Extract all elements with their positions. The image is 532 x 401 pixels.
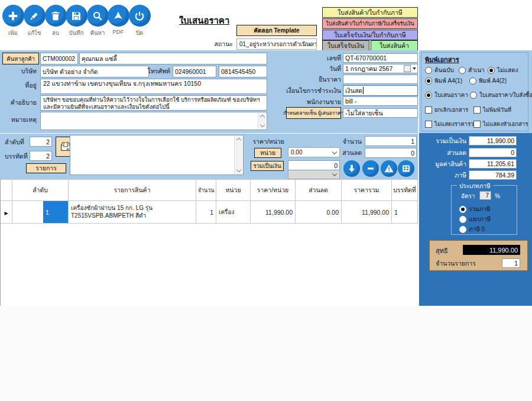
payment-terms-label: เงื่อนไขการชำระเงิน [260, 88, 341, 95]
save-button[interactable]: บันทึก [65, 5, 87, 37]
radio-no-show[interactable]: ไม่แสดง [488, 66, 518, 75]
date-label: วันที่ [260, 66, 341, 73]
seq-field[interactable]: 2 [30, 137, 52, 147]
amount-field[interactable]: 0 [288, 160, 340, 170]
radio-quotation-po[interactable]: ใบเสนอราคา/ใบสั่งซื้อ [470, 90, 532, 99]
close-button[interactable]: ปิด [128, 5, 151, 37]
customer-name-field[interactable]: คุณกมล แซ่ลี้ [79, 53, 267, 64]
radio-vat-zero[interactable]: ภาษี 0 [459, 225, 485, 234]
total-discount-field[interactable]: 0 [469, 148, 517, 157]
radio-quotation[interactable]: ใบเสนอราคา [425, 90, 468, 99]
cell-line[interactable]: 1 [392, 201, 418, 224]
cell-unit[interactable]: เครื่อง [216, 201, 251, 224]
note-field[interactable] [40, 112, 267, 130]
cell-discount[interactable]: 0.00 [296, 201, 342, 224]
checkbox-no-date[interactable]: ไม่พิมพ์วันที่ [473, 105, 511, 114]
date-field[interactable]: 1 กรกฎาคม 2567 [343, 64, 418, 73]
payment-terms-field[interactable]: เงินสด [343, 85, 418, 96]
customer-code-field[interactable]: CTM000002 [40, 53, 78, 64]
items-button[interactable]: รายการ [26, 163, 66, 173]
delivery-taxinvoice-receipt-button[interactable]: ใบส่งสินค้า/ใบกำกับภาษี/ใบเสร็จรับเงิน [322, 18, 418, 29]
goods-value-field[interactable]: 11,205.61 [469, 159, 517, 169]
grand-total-field[interactable]: 11,990.00 [469, 136, 517, 145]
search-customer-button[interactable]: ค้นหาลูกค้า [2, 53, 39, 64]
tax-type-legend: ประเภทภาษี [457, 182, 493, 190]
cell-qty[interactable]: 1 [196, 201, 216, 224]
status-select[interactable]: 01_อยู่ระหว่างรอการดำเนินการ [236, 38, 317, 50]
add-line-button[interactable] [343, 160, 360, 177]
address-field[interactable]: 22 แขวงท่าข้าม เขตบางขุนเทียน จ.กรุงเทพม… [40, 79, 267, 94]
checkbox-cancel-doc[interactable]: ยกเลิกเอกสาร [425, 105, 468, 114]
discount-field[interactable]: 0 [365, 148, 417, 158]
header-unit-price[interactable]: ราคา/หน่วย [251, 180, 296, 201]
header-total[interactable]: ราคารวม [342, 180, 392, 201]
radio-print-a4-2[interactable]: พิมพ์ A4(2) [469, 76, 507, 85]
item-count-field[interactable]: 1 [502, 258, 520, 268]
copy-template-button[interactable]: คัดลอก Template [236, 25, 317, 36]
pdf-button[interactable]: PDF [107, 5, 129, 35]
power-icon [129, 5, 151, 27]
vat-field[interactable]: 784.39 [469, 170, 517, 180]
description-field[interactable]: บริษัทฯ ขอขอบคุณที่ท่านให้ความไว้วางใจใน… [40, 95, 267, 111]
scroll-up-icon[interactable] [236, 138, 241, 143]
header-unit[interactable]: หน่วย [216, 180, 251, 201]
cell-seq[interactable]: 1 [12, 201, 69, 224]
set-signature-button[interactable]: กำหนดลายเซ็น ผู้เสนอราคา [286, 107, 341, 119]
remove-line-button[interactable] [362, 160, 379, 177]
scrollbar[interactable] [258, 113, 266, 129]
radio-vat-included[interactable]: รวมภาษี [459, 205, 490, 214]
checkbox-no-header[interactable]: ไม่แสดงหัวเอกสาร [473, 119, 528, 128]
selected-cell-highlight: 1 [43, 201, 68, 223]
chevron-down-icon [332, 171, 337, 176]
signature-field[interactable]: -ไม่ใส่ลายเซ็น [343, 108, 418, 118]
date-dropdown-icon[interactable] [413, 67, 416, 70]
warning-button[interactable] [381, 160, 397, 177]
search-button[interactable]: ค้นหา [86, 5, 109, 37]
header-description[interactable]: รายการสินค้า [69, 180, 196, 201]
radio-icon [425, 67, 432, 74]
header-discount[interactable]: ส่วนลด [296, 180, 342, 201]
line-field[interactable]: 2 [30, 151, 52, 161]
qty-field[interactable]: 1 [365, 136, 417, 146]
cell-description[interactable]: เครื่องซักผ้าฝาบน 15 กก. LG รุ่น T2515VS… [69, 201, 196, 224]
qty-label: จำนวน [340, 138, 362, 145]
cell-total[interactable]: 11,990.00 [342, 201, 392, 224]
calculator-button[interactable] [398, 160, 414, 177]
radio-original[interactable]: ต้นฉบับ [425, 66, 454, 75]
doc-no-field[interactable]: QT-670700001 [343, 53, 418, 63]
header-qty[interactable]: จำนวน [196, 180, 216, 201]
scroll-down-icon[interactable] [259, 122, 264, 127]
amount-button[interactable]: รวมเป็นเงิน [251, 161, 284, 171]
unit-price-select[interactable]: 0.00 [288, 147, 340, 157]
radio-print-a4-1[interactable]: พิมพ์ A4(1) [425, 76, 462, 85]
radio-copy[interactable]: สำเนา [459, 66, 485, 75]
receipt-taxinvoice-button[interactable]: ใบเสร็จรับเงิน/ใบกำกับภาษี [322, 30, 418, 40]
scrollbar[interactable] [234, 136, 242, 174]
checkbox-no-total[interactable]: ไม่แสดงราคารวม [425, 119, 478, 128]
edit-button[interactable]: แก้ไข [23, 5, 46, 37]
scroll-up-icon[interactable] [259, 115, 264, 119]
radio-icon [459, 216, 466, 223]
cell-unit-price[interactable]: 11,990.00 [251, 201, 296, 224]
scroll-down-icon[interactable] [236, 167, 241, 172]
item-count-label: จำนวนรายการ [436, 260, 476, 267]
delivery-taxinvoice-button[interactable]: ใบส่งสินค้า/ใบกำกับภาษี [322, 7, 418, 18]
checkbox-icon [425, 121, 432, 128]
tax-rate-field[interactable]: 7 [479, 191, 491, 200]
header-line[interactable]: บรรทัดที่ [392, 180, 418, 201]
unit-button[interactable]: หน่วย [254, 148, 281, 158]
radio-vat-excluded[interactable]: แยกภาษี [459, 215, 491, 224]
company-field[interactable]: บริษัท ตัวอย่าง จำกัด [40, 66, 149, 77]
delete-button[interactable]: ลบ [44, 5, 67, 37]
delivery-note-button[interactable]: ใบส่งสินค้า [371, 40, 418, 51]
salesperson-field[interactable]: bill - [343, 96, 418, 106]
item-description-field[interactable] [70, 135, 244, 175]
add-button[interactable]: เพิ่ม [2, 5, 24, 37]
firm-price-field[interactable] [343, 75, 418, 84]
table-row[interactable]: 1 เครื่องซักผ้าฝาบน 15 กก. LG รุ่น T2515… [1, 201, 419, 224]
unit-select[interactable] [288, 169, 340, 179]
row-selector-cell[interactable] [1, 201, 12, 224]
header-seq[interactable]: ลำดับ [12, 180, 69, 201]
receipt-button[interactable]: ใบเสร็จรับเงิน [322, 40, 369, 51]
phone1-field[interactable]: 024960001 [173, 66, 216, 77]
